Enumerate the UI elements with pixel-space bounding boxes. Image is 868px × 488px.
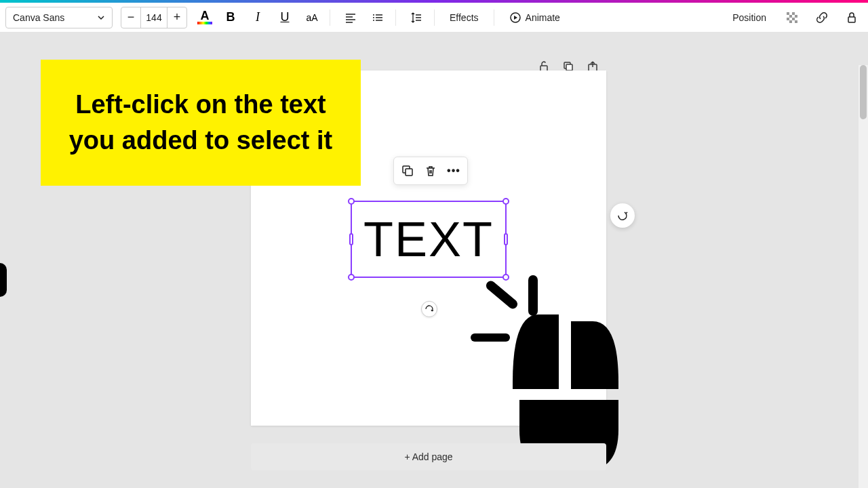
font-name: Canva Sans [13,12,64,23]
instruction-callout: Left-click on the text you added to sele… [41,60,361,186]
svg-rect-6 [789,15,792,18]
refresh-button[interactable] [610,203,635,228]
more-button[interactable]: ••• [444,161,463,180]
resize-handle-tl[interactable] [348,198,355,205]
scrollbar-thumb[interactable] [860,65,867,119]
svg-point-0 [373,14,374,16]
resize-handle-bl[interactable] [348,274,355,281]
top-toolbar: Canva Sans − 144 + A B I U aA Effects An… [0,3,868,33]
italic-button[interactable]: I [247,7,269,28]
text-case-button[interactable]: aA [301,7,323,28]
animate-icon [509,12,521,24]
transparency-button[interactable] [781,7,803,28]
trash-icon [424,164,437,178]
increase-size-button[interactable]: + [167,7,186,28]
svg-rect-5 [792,12,795,15]
font-selector[interactable]: Canva Sans [5,7,113,28]
svg-rect-11 [795,20,797,23]
link-button[interactable] [811,7,833,28]
lock-icon [846,12,858,24]
position-button[interactable]: Position [726,8,773,27]
rotate-handle[interactable] [421,301,437,317]
divider [395,9,396,26]
resize-handle-right[interactable] [504,233,508,245]
svg-point-2 [373,20,374,21]
svg-rect-18 [406,169,412,176]
side-panel-toggle[interactable] [0,263,7,297]
list-icon [372,12,384,24]
resize-handle-tr[interactable] [502,198,509,205]
copy-icon [401,164,414,178]
divider [494,9,494,26]
selected-text-box[interactable]: TEXT [351,201,507,278]
transparency-icon [785,11,799,24]
text-color-letter: A [201,10,210,21]
spacing-button[interactable] [406,7,427,28]
text-content[interactable]: TEXT [363,211,494,267]
list-button[interactable] [367,7,389,28]
effects-button[interactable]: Effects [441,8,487,27]
rotate-icon [425,304,434,314]
align-left-icon [344,12,357,24]
svg-rect-10 [789,20,792,23]
selection-toolbar: ••• [393,157,468,185]
duplicate-button[interactable] [398,161,417,180]
svg-rect-9 [792,18,795,20]
animate-label: Animate [526,12,560,23]
svg-rect-8 [787,18,789,20]
animate-button[interactable]: Animate [501,7,568,28]
bold-button[interactable]: B [220,7,241,28]
resize-handle-br[interactable] [502,274,509,281]
callout-text: Left-click on the text you added to sele… [52,87,350,159]
resize-handle-left[interactable] [349,233,353,245]
link-icon [815,11,829,24]
add-page-button[interactable]: + Add page [251,443,606,470]
lock-button[interactable] [841,7,863,28]
svg-rect-12 [848,17,855,22]
delete-button[interactable] [421,161,440,180]
refresh-icon [616,209,629,222]
chevron-down-icon [97,14,105,22]
decrease-size-button[interactable]: − [121,7,140,28]
svg-point-1 [373,17,374,18]
divider [434,9,435,26]
spacing-icon [410,12,422,24]
divider [330,9,330,26]
text-color-button[interactable]: A [195,8,214,27]
scrollbar[interactable] [859,65,868,488]
svg-rect-15 [566,64,572,70]
font-size-group: − 144 + [121,7,187,28]
canvas-area: Left-click on the text you added to sele… [0,33,868,488]
alignment-button[interactable] [340,7,361,28]
font-size-value[interactable]: 144 [140,7,167,28]
svg-rect-4 [787,12,789,15]
svg-rect-7 [795,15,797,18]
underline-button[interactable]: U [274,7,296,28]
color-spectrum-icon [197,22,212,24]
